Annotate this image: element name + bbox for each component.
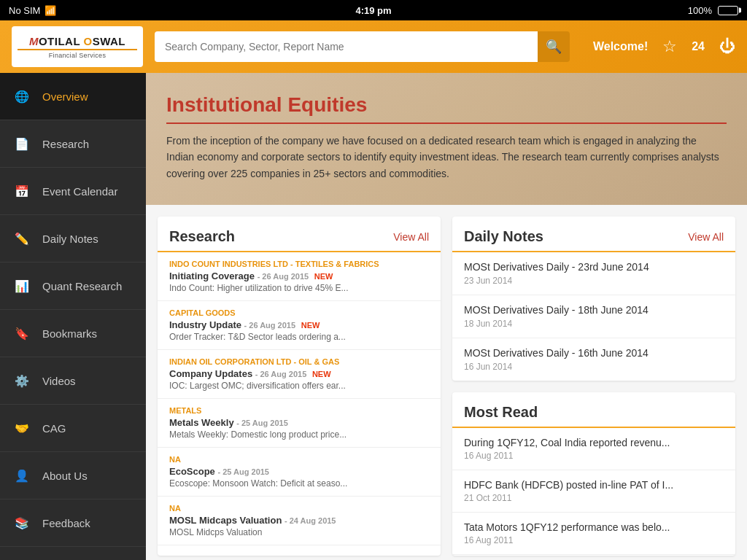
sidebar-label-daily-notes: Daily Notes bbox=[42, 233, 98, 245]
research-view-all[interactable]: View All bbox=[393, 231, 429, 243]
bookmark-icon: 🔖 bbox=[12, 323, 32, 343]
most-read-card: Most Read During 1QFY12, Coal India repo… bbox=[452, 392, 735, 556]
sidebar-item-quant-research[interactable]: 📊 Quant Research bbox=[0, 262, 146, 310]
research-category: CAPITAL GOODS bbox=[169, 308, 429, 317]
most-read-card-title: Most Read bbox=[464, 404, 538, 421]
logo: MOTILAL OSWAL Financial Services bbox=[12, 26, 143, 67]
time-display: 4:19 pm bbox=[355, 5, 391, 16]
daily-note-title: MOSt Derivatives Daily - 18th June 2014 bbox=[464, 304, 724, 316]
hero-description: From the inception of the company we hav… bbox=[166, 133, 727, 182]
sidebar-item-research[interactable]: 📄 Research bbox=[0, 120, 146, 168]
sidebar-label-cag: CAG bbox=[42, 422, 66, 435]
sidebar-item-overview[interactable]: 🌐 Overview bbox=[0, 73, 146, 120]
new-badge: NEW bbox=[312, 370, 331, 378]
battery-percent: 100% bbox=[688, 5, 712, 16]
research-item-title: Metals Weekly - 25 Aug 2015 bbox=[169, 417, 429, 428]
new-badge: NEW bbox=[314, 272, 333, 281]
sidebar-label-about-us: About Us bbox=[42, 470, 88, 482]
daily-notes-card: Daily Notes View All MOSt Derivatives Da… bbox=[452, 217, 735, 381]
research-item-desc: Metals Weekly: Domestic long product pri… bbox=[169, 429, 429, 440]
research-list-item[interactable]: METALS Metals Weekly - 25 Aug 2015 Metal… bbox=[158, 399, 441, 448]
daily-note-item[interactable]: MOSt Derivatives Daily - 16th June 2014 … bbox=[452, 338, 735, 381]
sidebar-label-quant-research: Quant Research bbox=[42, 280, 122, 292]
content-area: Institutional Equities From the inceptio… bbox=[146, 73, 747, 560]
most-read-item[interactable]: HDFC Bank (HDFCB) posted in-line PAT of … bbox=[452, 470, 735, 513]
daily-notes-list: MOSt Derivatives Daily - 23rd June 2014 … bbox=[452, 252, 735, 381]
right-column: Daily Notes View All MOSt Derivatives Da… bbox=[452, 217, 735, 556]
header-actions: Welcome! ☆ 24 ⏻ bbox=[593, 37, 735, 56]
globe-icon: 🌐 bbox=[12, 86, 32, 106]
sidebar-item-videos[interactable]: ⚙️ Videos bbox=[0, 357, 146, 405]
research-category: INDO COUNT INDUSTRIES LTD - TEXTILES & F… bbox=[169, 260, 429, 268]
person-icon: 👤 bbox=[12, 465, 32, 486]
most-read-title: Tata Motors 1QFY12 performance was belo.… bbox=[464, 521, 724, 533]
research-list-item[interactable]: CAPITAL GOODS Industry Update - 26 Aug 2… bbox=[158, 301, 441, 350]
logo-tagline: Financial Services bbox=[49, 52, 106, 59]
sidebar-item-feedback[interactable]: 📚 Feedback bbox=[0, 499, 146, 547]
page-title: Institutional Equities bbox=[166, 93, 727, 124]
cards-section: Research View All INDO COUNT INDUSTRIES … bbox=[146, 205, 747, 560]
most-read-item[interactable]: Tata Motors 1QFY12 performance was belo.… bbox=[452, 513, 735, 555]
daily-notes-card-title: Daily Notes bbox=[464, 228, 543, 245]
new-badge: NEW bbox=[301, 321, 320, 330]
sidebar-label-feedback: Feedback bbox=[42, 517, 90, 529]
research-card-header: Research View All bbox=[158, 217, 441, 252]
research-card: Research View All INDO COUNT INDUSTRIES … bbox=[158, 217, 441, 556]
research-category: METALS bbox=[169, 406, 429, 415]
most-read-list: During 1QFY12, Coal India reported reven… bbox=[452, 428, 735, 555]
carrier-text: No SIM bbox=[9, 5, 40, 16]
research-list-item[interactable]: NA EcoScope - 25 Aug 2015 Ecoscope: Mons… bbox=[158, 448, 441, 497]
research-item-desc: Ecoscope: Monsoon Watch: Deficit at seas… bbox=[169, 478, 429, 489]
search-button[interactable]: 🔍 bbox=[538, 31, 570, 62]
welcome-text: Welcome! bbox=[593, 40, 648, 53]
daily-note-title: MOSt Derivatives Daily - 16th June 2014 bbox=[464, 347, 724, 359]
research-item-title: EcoScope - 25 Aug 2015 bbox=[169, 466, 429, 477]
status-bar: No SIM 📶 4:19 pm 100% bbox=[0, 0, 747, 20]
wifi-icon: 📶 bbox=[44, 5, 56, 16]
sidebar-label-overview: Overview bbox=[42, 90, 88, 103]
sidebar-label-bookmarks: Bookmarks bbox=[42, 327, 97, 340]
daily-note-date: 23 Jun 2014 bbox=[464, 276, 724, 286]
research-list-item[interactable]: INDIAN OIL CORPORATION LTD - OIL & GAS C… bbox=[158, 350, 441, 399]
research-list-item[interactable]: INDO COUNT INDUSTRIES LTD - TEXTILES & F… bbox=[158, 252, 441, 301]
handshake-icon: 🤝 bbox=[12, 418, 32, 438]
research-item-desc: Order Tracker: T&D Sector leads ordering… bbox=[169, 332, 429, 342]
sidebar-label-event-calendar: Event Calendar bbox=[42, 185, 117, 198]
most-read-card-header: Most Read bbox=[452, 392, 735, 428]
research-category: NA bbox=[169, 504, 429, 513]
research-card-title: Research bbox=[169, 228, 235, 245]
research-list-item[interactable]: NA MOSL Midcaps Valuation - 24 Aug 2015 … bbox=[158, 497, 441, 545]
sidebar-item-daily-notes[interactable]: ✏️ Daily Notes bbox=[0, 215, 146, 262]
research-item-desc: IOC: Largest OMC; diversification offers… bbox=[169, 381, 429, 391]
sidebar-item-cag[interactable]: 🤝 CAG bbox=[0, 405, 146, 452]
battery-icon bbox=[718, 6, 738, 15]
power-button[interactable]: ⏻ bbox=[719, 37, 735, 56]
chart-icon: 📊 bbox=[12, 276, 32, 296]
calendar-icon: 📅 bbox=[12, 181, 32, 201]
sidebar: 🌐 Overview 📄 Research 📅 Event Calendar ✏… bbox=[0, 73, 146, 560]
daily-notes-view-all[interactable]: View All bbox=[688, 231, 724, 243]
notification-badge[interactable]: 24 bbox=[692, 40, 705, 53]
daily-note-date: 18 Jun 2014 bbox=[464, 319, 724, 329]
research-item-title: Company Updates - 26 Aug 2015 NEW bbox=[169, 368, 429, 379]
daily-note-item[interactable]: MOSt Derivatives Daily - 23rd June 2014 … bbox=[452, 252, 735, 295]
most-read-item[interactable]: During 1QFY12, Coal India reported reven… bbox=[452, 428, 735, 470]
sidebar-item-about-us[interactable]: 👤 About Us bbox=[0, 452, 146, 499]
research-item-desc: MOSL Midcps Valuation bbox=[169, 527, 429, 537]
daily-note-date: 16 Jun 2014 bbox=[464, 362, 724, 372]
favorites-button[interactable]: ☆ bbox=[662, 37, 677, 56]
most-read-title: During 1QFY12, Coal India reported reven… bbox=[464, 437, 724, 448]
daily-note-item[interactable]: MOSt Derivatives Daily - 18th June 2014 … bbox=[452, 295, 735, 338]
sidebar-item-bookmarks[interactable]: 🔖 Bookmarks bbox=[0, 310, 146, 357]
hero-section: Institutional Equities From the inceptio… bbox=[146, 73, 747, 205]
daily-notes-card-header: Daily Notes View All bbox=[452, 217, 735, 252]
sidebar-label-videos: Videos bbox=[42, 375, 76, 387]
main-layout: 🌐 Overview 📄 Research 📅 Event Calendar ✏… bbox=[0, 73, 747, 560]
gear-icon: ⚙️ bbox=[12, 370, 32, 391]
most-read-date: 21 Oct 2011 bbox=[464, 493, 724, 503]
search-container: 🔍 bbox=[155, 31, 570, 62]
search-input[interactable] bbox=[155, 31, 538, 62]
top-header: MOTILAL OSWAL Financial Services 🔍 Welco… bbox=[0, 20, 747, 73]
sidebar-item-event-calendar[interactable]: 📅 Event Calendar bbox=[0, 168, 146, 215]
research-item-title: MOSL Midcaps Valuation - 24 Aug 2015 bbox=[169, 515, 429, 526]
